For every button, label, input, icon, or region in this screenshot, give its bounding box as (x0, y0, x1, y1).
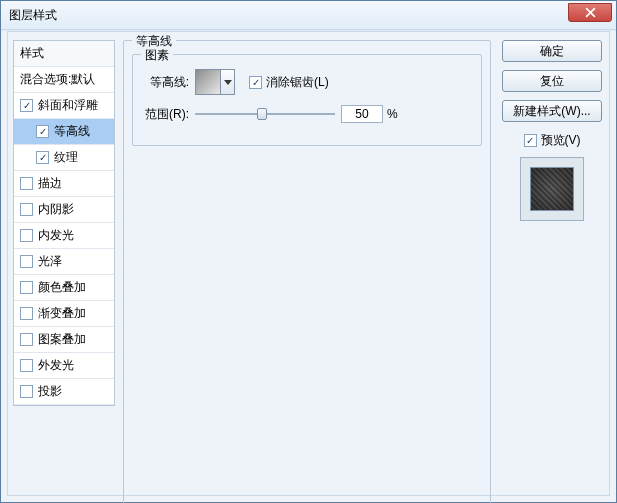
style-item-label: 颜色叠加 (38, 279, 86, 296)
style-item-label: 内发光 (38, 227, 74, 244)
antialias-label: 消除锯齿(L) (266, 74, 329, 91)
preview-swatch (520, 157, 584, 221)
style-item-2[interactable]: 纹理 (14, 145, 114, 171)
styles-panel: 样式 混合选项:默认 斜面和浮雕等高线纹理描边内阴影内发光光泽颜色叠加渐变叠加图… (13, 40, 115, 406)
checkbox-icon (20, 307, 33, 320)
style-item-label: 等高线 (54, 123, 90, 140)
style-item-label: 内阴影 (38, 201, 74, 218)
style-item-label: 描边 (38, 175, 62, 192)
close-icon (585, 7, 596, 18)
checkbox-icon (36, 151, 49, 164)
style-item-label: 外发光 (38, 357, 74, 374)
blend-options[interactable]: 混合选项:默认 (14, 67, 114, 93)
style-item-0[interactable]: 斜面和浮雕 (14, 93, 114, 119)
element-group: 图素 等高线: 消除锯齿(L) 范围(R): 5 (132, 54, 482, 146)
range-input[interactable]: 50 (341, 105, 383, 123)
preview-texture (530, 167, 574, 211)
style-item-label: 斜面和浮雕 (38, 97, 98, 114)
checkbox-icon (20, 281, 33, 294)
contour-picker[interactable] (195, 69, 221, 95)
style-item-label: 图案叠加 (38, 331, 86, 348)
reset-button[interactable]: 复位 (502, 70, 602, 92)
style-item-label: 光泽 (38, 253, 62, 270)
layer-style-dialog: 图层样式 样式 混合选项:默认 斜面和浮雕等高线纹理描边内阴影内发光光泽颜色叠加… (0, 0, 617, 503)
checkbox-icon (20, 333, 33, 346)
slider-thumb[interactable] (257, 108, 267, 120)
style-item-label: 纹理 (54, 149, 78, 166)
style-item-4[interactable]: 内阴影 (14, 197, 114, 223)
checkbox-icon (20, 385, 33, 398)
checkbox-icon (524, 134, 537, 147)
right-column: 确定 复位 新建样式(W)... 预览(V) (502, 40, 602, 221)
titlebar: 图层样式 (1, 1, 616, 30)
ok-button[interactable]: 确定 (502, 40, 602, 62)
style-item-10[interactable]: 外发光 (14, 353, 114, 379)
checkbox-icon (20, 99, 33, 112)
style-item-5[interactable]: 内发光 (14, 223, 114, 249)
element-group-legend: 图素 (141, 47, 173, 64)
style-item-label: 渐变叠加 (38, 305, 86, 322)
close-button[interactable] (568, 3, 612, 22)
checkbox-icon (20, 255, 33, 268)
checkbox-icon (249, 76, 262, 89)
checkbox-icon (20, 177, 33, 190)
contour-group: 等高线 图素 等高线: 消除锯齿(L) 范围(R): (123, 40, 491, 503)
dialog-body: 样式 混合选项:默认 斜面和浮雕等高线纹理描边内阴影内发光光泽颜色叠加渐变叠加图… (7, 31, 610, 496)
style-item-8[interactable]: 渐变叠加 (14, 301, 114, 327)
style-item-1[interactable]: 等高线 (14, 119, 114, 145)
contour-row: 等高线: 消除锯齿(L) (143, 69, 471, 95)
style-item-9[interactable]: 图案叠加 (14, 327, 114, 353)
preview-label: 预览(V) (541, 132, 581, 149)
styles-header[interactable]: 样式 (14, 41, 114, 67)
range-slider[interactable] (195, 106, 335, 122)
range-row: 范围(R): 50 % (143, 105, 471, 123)
style-item-7[interactable]: 颜色叠加 (14, 275, 114, 301)
range-label: 范围(R): (143, 106, 189, 123)
contour-dropdown[interactable] (221, 69, 235, 95)
style-item-label: 投影 (38, 383, 62, 400)
checkbox-icon (20, 203, 33, 216)
contour-label: 等高线: (143, 74, 189, 91)
checkbox-icon (20, 359, 33, 372)
style-item-3[interactable]: 描边 (14, 171, 114, 197)
preview-checkbox[interactable]: 预览(V) (524, 132, 581, 149)
checkbox-icon (20, 229, 33, 242)
style-item-11[interactable]: 投影 (14, 379, 114, 405)
style-item-6[interactable]: 光泽 (14, 249, 114, 275)
window-title: 图层样式 (9, 7, 57, 24)
antialias-checkbox[interactable]: 消除锯齿(L) (249, 74, 329, 91)
range-unit: % (387, 107, 398, 121)
new-style-button[interactable]: 新建样式(W)... (502, 100, 602, 122)
checkbox-icon (36, 125, 49, 138)
